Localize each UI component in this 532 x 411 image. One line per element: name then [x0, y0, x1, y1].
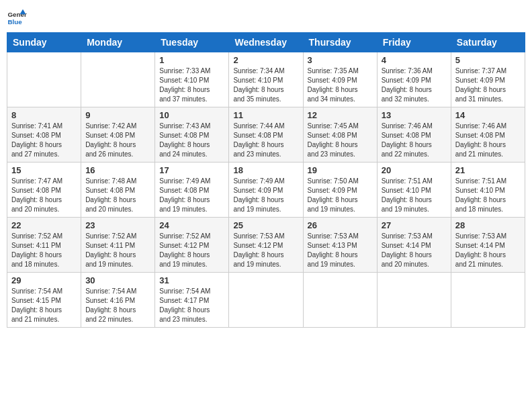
day-info: Sunrise: 7:51 AMSunset: 4:10 PMDaylight:… — [382, 177, 447, 214]
calendar-cell: 20Sunrise: 7:51 AMSunset: 4:10 PMDayligh… — [377, 163, 451, 218]
calendar-cell: 9Sunrise: 7:42 AMSunset: 4:08 PMDaylight… — [81, 107, 155, 163]
day-number: 8 — [11, 110, 77, 120]
calendar-header-thursday: Thursday — [303, 33, 377, 52]
day-info: Sunrise: 7:41 AMSunset: 4:08 PMDaylight:… — [11, 122, 77, 159]
calendar-cell: 22Sunrise: 7:52 AMSunset: 4:11 PMDayligh… — [7, 218, 81, 273]
day-info: Sunrise: 7:46 AMSunset: 4:08 PMDaylight:… — [382, 122, 447, 159]
calendar-cell: 24Sunrise: 7:52 AMSunset: 4:12 PMDayligh… — [155, 218, 229, 273]
day-number: 20 — [382, 165, 447, 175]
day-number: 28 — [455, 220, 521, 230]
day-number: 18 — [233, 165, 298, 175]
calendar-cell: 26Sunrise: 7:53 AMSunset: 4:13 PMDayligh… — [303, 218, 377, 273]
day-info: Sunrise: 7:49 AMSunset: 4:08 PMDaylight:… — [159, 177, 224, 214]
calendar-cell — [377, 273, 451, 328]
calendar-cell: 23Sunrise: 7:52 AMSunset: 4:11 PMDayligh… — [81, 218, 155, 273]
day-info: Sunrise: 7:33 AMSunset: 4:10 PMDaylight:… — [159, 66, 224, 104]
calendar-cell — [451, 273, 525, 328]
calendar-cell: 15Sunrise: 7:47 AMSunset: 4:08 PMDayligh… — [7, 163, 81, 218]
calendar-cell: 25Sunrise: 7:53 AMSunset: 4:12 PMDayligh… — [229, 218, 303, 273]
day-info: Sunrise: 7:47 AMSunset: 4:08 PMDaylight:… — [11, 177, 77, 214]
day-info: Sunrise: 7:43 AMSunset: 4:08 PMDaylight:… — [159, 122, 224, 159]
calendar-cell: 16Sunrise: 7:48 AMSunset: 4:08 PMDayligh… — [81, 163, 155, 218]
day-number: 3 — [308, 55, 373, 65]
day-number: 13 — [382, 110, 447, 120]
calendar-cell: 28Sunrise: 7:53 AMSunset: 4:14 PMDayligh… — [451, 218, 525, 273]
day-number: 9 — [85, 110, 150, 120]
calendar-header-wednesday: Wednesday — [229, 33, 303, 52]
day-number: 16 — [85, 165, 150, 175]
day-info: Sunrise: 7:34 AMSunset: 4:10 PMDaylight:… — [233, 66, 298, 104]
day-info: Sunrise: 7:52 AMSunset: 4:12 PMDaylight:… — [159, 232, 224, 269]
calendar-cell: 11Sunrise: 7:44 AMSunset: 4:08 PMDayligh… — [229, 107, 303, 163]
day-number: 4 — [382, 55, 447, 65]
day-number: 22 — [11, 220, 77, 230]
day-info: Sunrise: 7:37 AMSunset: 4:09 PMDaylight:… — [455, 66, 521, 104]
calendar-cell: 13Sunrise: 7:46 AMSunset: 4:08 PMDayligh… — [377, 107, 451, 163]
calendar-cell: 21Sunrise: 7:51 AMSunset: 4:10 PMDayligh… — [451, 163, 525, 218]
calendar-header-sunday: Sunday — [7, 33, 81, 52]
day-number: 12 — [308, 110, 373, 120]
day-info: Sunrise: 7:36 AMSunset: 4:09 PMDaylight:… — [382, 66, 447, 104]
calendar-header-friday: Friday — [377, 33, 451, 52]
logo-icon: General Blue — [7, 7, 27, 27]
calendar-cell: 4Sunrise: 7:36 AMSunset: 4:09 PMDaylight… — [377, 52, 451, 107]
day-number: 17 — [159, 165, 224, 175]
day-number: 30 — [85, 275, 150, 285]
calendar-cell: 2Sunrise: 7:34 AMSunset: 4:10 PMDaylight… — [229, 52, 303, 107]
calendar-week-row: 15Sunrise: 7:47 AMSunset: 4:08 PMDayligh… — [7, 163, 525, 218]
calendar-cell: 3Sunrise: 7:35 AMSunset: 4:09 PMDaylight… — [303, 52, 377, 107]
day-number: 23 — [85, 220, 150, 230]
calendar-cell: 18Sunrise: 7:49 AMSunset: 4:09 PMDayligh… — [229, 163, 303, 218]
calendar-cell — [229, 273, 303, 328]
day-number: 31 — [159, 275, 224, 285]
calendar-header-saturday: Saturday — [451, 33, 525, 52]
day-number: 2 — [233, 55, 298, 65]
calendar-cell: 8Sunrise: 7:41 AMSunset: 4:08 PMDaylight… — [7, 107, 81, 163]
day-info: Sunrise: 7:48 AMSunset: 4:08 PMDaylight:… — [85, 177, 150, 214]
day-info: Sunrise: 7:49 AMSunset: 4:09 PMDaylight:… — [233, 177, 298, 214]
day-number: 5 — [455, 55, 521, 65]
calendar-cell: 31Sunrise: 7:54 AMSunset: 4:17 PMDayligh… — [155, 273, 229, 328]
calendar-header-row: SundayMondayTuesdayWednesdayThursdayFrid… — [7, 33, 525, 52]
calendar-week-row: 1Sunrise: 7:33 AMSunset: 4:10 PMDaylight… — [7, 52, 525, 107]
day-info: Sunrise: 7:54 AMSunset: 4:16 PMDaylight:… — [85, 287, 150, 324]
calendar-cell: 17Sunrise: 7:49 AMSunset: 4:08 PMDayligh… — [155, 163, 229, 218]
calendar-cell: 1Sunrise: 7:33 AMSunset: 4:10 PMDaylight… — [155, 52, 229, 107]
calendar-cell: 27Sunrise: 7:53 AMSunset: 4:14 PMDayligh… — [377, 218, 451, 273]
day-info: Sunrise: 7:42 AMSunset: 4:08 PMDaylight:… — [85, 122, 150, 159]
day-number: 15 — [11, 165, 77, 175]
calendar-cell — [303, 273, 377, 328]
day-number: 11 — [233, 110, 298, 120]
calendar-cell: 19Sunrise: 7:50 AMSunset: 4:09 PMDayligh… — [303, 163, 377, 218]
calendar-header-tuesday: Tuesday — [155, 33, 229, 52]
calendar-week-row: 29Sunrise: 7:54 AMSunset: 4:15 PMDayligh… — [7, 273, 525, 328]
logo: General Blue — [7, 7, 27, 27]
calendar-week-row: 22Sunrise: 7:52 AMSunset: 4:11 PMDayligh… — [7, 218, 525, 273]
calendar-table: SundayMondayTuesdayWednesdayThursdayFrid… — [7, 32, 525, 328]
calendar-cell: 10Sunrise: 7:43 AMSunset: 4:08 PMDayligh… — [155, 107, 229, 163]
day-info: Sunrise: 7:50 AMSunset: 4:09 PMDaylight:… — [308, 177, 373, 214]
day-number: 29 — [11, 275, 77, 285]
calendar-cell — [7, 52, 81, 107]
calendar-cell: 12Sunrise: 7:45 AMSunset: 4:08 PMDayligh… — [303, 107, 377, 163]
day-info: Sunrise: 7:53 AMSunset: 4:14 PMDaylight:… — [455, 232, 521, 269]
day-info: Sunrise: 7:51 AMSunset: 4:10 PMDaylight:… — [455, 177, 521, 214]
day-number: 19 — [308, 165, 373, 175]
calendar-week-row: 8Sunrise: 7:41 AMSunset: 4:08 PMDaylight… — [7, 107, 525, 163]
day-info: Sunrise: 7:52 AMSunset: 4:11 PMDaylight:… — [11, 232, 77, 269]
day-info: Sunrise: 7:46 AMSunset: 4:08 PMDaylight:… — [455, 122, 521, 159]
calendar-cell: 14Sunrise: 7:46 AMSunset: 4:08 PMDayligh… — [451, 107, 525, 163]
day-number: 27 — [382, 220, 447, 230]
day-info: Sunrise: 7:45 AMSunset: 4:08 PMDaylight:… — [308, 122, 373, 159]
day-number: 1 — [159, 55, 224, 65]
calendar-cell: 5Sunrise: 7:37 AMSunset: 4:09 PMDaylight… — [451, 52, 525, 107]
calendar-cell: 29Sunrise: 7:54 AMSunset: 4:15 PMDayligh… — [7, 273, 81, 328]
day-number: 14 — [455, 110, 521, 120]
calendar-cell: 30Sunrise: 7:54 AMSunset: 4:16 PMDayligh… — [81, 273, 155, 328]
day-info: Sunrise: 7:52 AMSunset: 4:11 PMDaylight:… — [85, 232, 150, 269]
day-info: Sunrise: 7:44 AMSunset: 4:08 PMDaylight:… — [233, 122, 298, 159]
day-info: Sunrise: 7:53 AMSunset: 4:13 PMDaylight:… — [308, 232, 373, 269]
day-info: Sunrise: 7:53 AMSunset: 4:14 PMDaylight:… — [382, 232, 447, 269]
day-number: 26 — [308, 220, 373, 230]
svg-text:Blue: Blue — [8, 18, 23, 26]
